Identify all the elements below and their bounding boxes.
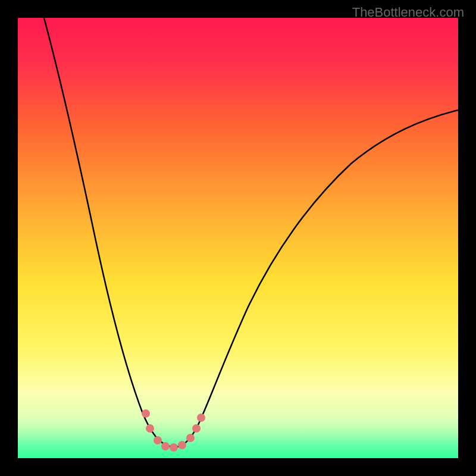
data-marker bbox=[161, 442, 170, 450]
data-marker bbox=[142, 409, 150, 418]
chart-plot-area bbox=[18, 18, 458, 458]
data-marker bbox=[154, 436, 162, 444]
data-marker bbox=[192, 424, 201, 433]
data-marker bbox=[146, 424, 154, 433]
bottleneck-curve-path bbox=[44, 18, 458, 447]
curve-markers bbox=[142, 409, 205, 452]
data-marker bbox=[178, 441, 186, 449]
bottleneck-curve-svg bbox=[18, 18, 458, 458]
watermark-text: TheBottleneck.com bbox=[352, 5, 464, 20]
data-marker bbox=[197, 414, 205, 422]
data-marker bbox=[170, 443, 178, 452]
data-marker bbox=[186, 434, 195, 442]
